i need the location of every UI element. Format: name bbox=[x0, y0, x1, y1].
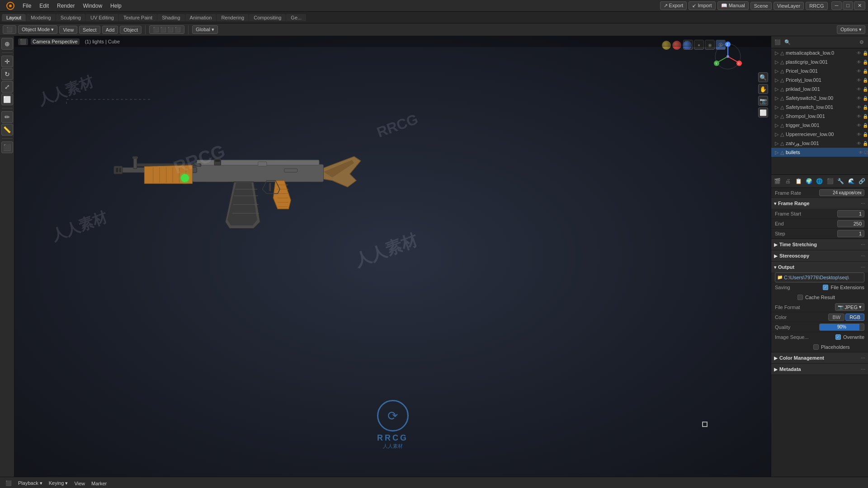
playback-menu[interactable]: Playback ▾ bbox=[16, 480, 44, 487]
md-menu[interactable]: ⋯ bbox=[861, 367, 865, 372]
checkbox-icon[interactable]: ☑ bbox=[864, 150, 868, 155]
edit-menu[interactable]: Edit bbox=[36, 2, 52, 10]
import-button[interactable]: ↙ Import bbox=[689, 1, 715, 10]
camera-view-icon[interactable]: 📷 bbox=[758, 96, 768, 106]
outliner-item-upperreciever[interactable]: ▷ △ Upperreciever_low.00 👁 🔒 bbox=[771, 130, 868, 139]
add-menu[interactable]: Add bbox=[102, 26, 118, 34]
placeholders-checkbox[interactable] bbox=[813, 344, 819, 350]
export-button[interactable]: ↗ Export bbox=[660, 1, 687, 10]
viewport-area[interactable]: 人人素材 RRCG 人人素材 RRCG 人人素材 ⬛ Camera Perspe… bbox=[14, 36, 771, 477]
outliner-item-trigger[interactable]: ▷ △ trigger_low.001 👁 🔒 bbox=[771, 121, 868, 130]
blender-menu[interactable] bbox=[3, 1, 18, 11]
visibility-icon[interactable]: 👁 bbox=[859, 150, 863, 155]
st-menu[interactable]: ⋯ bbox=[861, 253, 865, 258]
overwrite-checkbox[interactable]: ✓ bbox=[835, 334, 841, 340]
camera-perspective-label[interactable]: Camera Perspective bbox=[31, 38, 80, 45]
outliner-item-plasticgrip[interactable]: ▷ △ plasticgrip_low.001 👁 🔒 bbox=[771, 57, 868, 66]
outliner-item-safety2[interactable]: ▷ △ Safetyswitch2_low.00 👁 🔒 bbox=[771, 94, 868, 103]
help-menu[interactable]: Help bbox=[107, 2, 125, 10]
keying-menu[interactable]: Keying ▾ bbox=[47, 480, 70, 487]
marker-menu[interactable]: Marker bbox=[90, 480, 108, 487]
ts-menu[interactable]: ⋯ bbox=[861, 242, 865, 247]
tab-animation[interactable]: Animation bbox=[185, 14, 217, 21]
tab-compositing[interactable]: Compositing bbox=[249, 14, 286, 21]
select-menu[interactable]: Select bbox=[79, 26, 100, 34]
viewport-shading-dropdown[interactable]: ⬛ bbox=[18, 38, 28, 45]
quality-slider[interactable]: 90% bbox=[819, 324, 864, 331]
panel-filter-icon[interactable]: ⚙ bbox=[857, 38, 866, 47]
outliner-item-pricel[interactable]: ▷ △ Pricel_low.001 👁 🔒 bbox=[771, 66, 868, 75]
panel-icon-1[interactable]: ⬛ bbox=[773, 38, 782, 47]
frame-step-input[interactable]: 1 bbox=[837, 230, 864, 237]
out-menu[interactable]: ⋯ bbox=[861, 265, 865, 270]
render-menu[interactable]: Render bbox=[53, 2, 78, 10]
output-header[interactable]: ▾ Output ⋯ bbox=[771, 262, 868, 272]
view-menu-tl[interactable]: View bbox=[72, 480, 87, 487]
global-transform[interactable]: Global ▾ bbox=[192, 25, 218, 34]
rgb-button[interactable]: RGB bbox=[845, 314, 864, 321]
time-stretching-header[interactable]: ▶ Time Stretching ⋯ bbox=[771, 239, 868, 250]
tab-shading[interactable]: Shading bbox=[157, 14, 184, 21]
color-management-header[interactable]: ▶ Color Management ⋯ bbox=[771, 352, 868, 363]
frame-start-input[interactable]: 1 bbox=[837, 210, 864, 217]
outliner-item-bullets[interactable]: ▷ △ bullets 👁 ☑ bbox=[771, 148, 868, 157]
physics-props-icon[interactable]: 🌊 bbox=[846, 176, 856, 187]
file-extensions-checkbox[interactable]: ✓ bbox=[823, 285, 828, 290]
file-menu[interactable]: File bbox=[19, 2, 35, 10]
annotate-tool[interactable]: ✏ bbox=[1, 111, 13, 123]
view-menu[interactable]: View bbox=[59, 26, 77, 34]
cm-menu[interactable]: ⋯ bbox=[861, 356, 865, 361]
render-region-icon[interactable]: ⬜ bbox=[758, 108, 768, 117]
minimize-btn[interactable]: ─ bbox=[831, 1, 842, 10]
tab-texture-paint[interactable]: Texture Paint bbox=[119, 14, 157, 21]
frame-range-menu[interactable]: ⋯ bbox=[861, 201, 865, 206]
transform-tool[interactable]: ⬜ bbox=[1, 94, 13, 105]
output-path-input[interactable]: 📁 C:\Users\79776\Desktop\seq\ bbox=[775, 272, 864, 282]
tab-modeling[interactable]: Modeling bbox=[26, 14, 56, 21]
frame-rate-dropdown[interactable]: 24 кадров/сек bbox=[819, 189, 864, 196]
tab-rendering[interactable]: Rendering bbox=[217, 14, 249, 21]
metadata-header[interactable]: ▶ Metadata ⋯ bbox=[771, 364, 868, 375]
world-props-icon[interactable]: 🌐 bbox=[815, 176, 825, 187]
scale-tool[interactable]: ⤢ bbox=[1, 81, 13, 93]
view-layer-props-icon[interactable]: 📋 bbox=[793, 176, 803, 187]
view-layer-selector[interactable]: ViewLayer bbox=[774, 2, 804, 10]
window-menu[interactable]: Window bbox=[79, 2, 106, 10]
tab-uv-editing[interactable]: UV Editing bbox=[86, 14, 118, 21]
cache-result-checkbox[interactable] bbox=[797, 295, 803, 300]
cursor-tool[interactable]: ⊕ bbox=[1, 38, 13, 50]
editor-type-tl[interactable]: ⬛ bbox=[4, 480, 14, 487]
modifier-props-icon[interactable]: 🔧 bbox=[836, 176, 846, 187]
close-btn[interactable]: ✕ bbox=[854, 1, 865, 10]
viewport-gizmo[interactable]: Z X Y bbox=[712, 41, 744, 72]
file-format-dropdown[interactable]: 📷 JPEG ▾ bbox=[835, 303, 864, 311]
object-mode-dropdown[interactable]: Object Mode ▾ bbox=[18, 25, 57, 34]
outliner-item-metsalicap[interactable]: ▷ △ metsalicapback_low.0 👁 🔒 bbox=[771, 48, 868, 57]
maximize-btn[interactable]: □ bbox=[843, 1, 853, 10]
bw-button[interactable]: BW bbox=[828, 314, 844, 321]
zoom-in-icon[interactable]: 🔍 bbox=[758, 72, 768, 82]
frame-range-header[interactable]: ▾ Frame Range ⋯ bbox=[771, 198, 868, 209]
scene-props-icon[interactable]: 🌍 bbox=[804, 176, 814, 187]
add-cube-tool[interactable]: ⬛ bbox=[1, 141, 13, 153]
object-props-icon[interactable]: ⬛ bbox=[825, 176, 835, 187]
outliner-item-shompol[interactable]: ▷ △ Shompol_low.001 👁 🔒 bbox=[771, 112, 868, 121]
measure-tool[interactable]: 📏 bbox=[1, 124, 13, 136]
outliner-item-zatvor[interactable]: ▷ △ zatvور_low.001 👁 🔒 bbox=[771, 139, 868, 148]
tab-layout[interactable]: Layout bbox=[2, 14, 26, 21]
panel-icon-2[interactable]: 🔍 bbox=[783, 38, 792, 47]
scene-selector[interactable]: Scene bbox=[750, 2, 772, 10]
rotate-tool[interactable]: ↻ bbox=[1, 68, 13, 80]
output-props-icon[interactable]: 🖨 bbox=[783, 176, 793, 187]
pan-icon[interactable]: ✋ bbox=[758, 84, 768, 94]
editor-type-button[interactable]: ⬛ bbox=[3, 25, 16, 34]
move-tool[interactable]: ✛ bbox=[1, 56, 13, 67]
render-props-icon[interactable]: 🎬 bbox=[772, 176, 782, 187]
manual-button[interactable]: 📖 Manual bbox=[717, 1, 749, 10]
tab-ge[interactable]: Ge... bbox=[286, 14, 306, 21]
frame-end-input[interactable]: 250 bbox=[837, 220, 864, 227]
outliner-item-pricelyj[interactable]: ▷ △ Pricelyj_low.001 👁 🔒 bbox=[771, 75, 868, 84]
options-button[interactable]: Options ▾ bbox=[837, 25, 865, 34]
outliner-item-priklad[interactable]: ▷ △ priklad_low.001 👁 🔒 bbox=[771, 84, 868, 94]
object-menu[interactable]: Object bbox=[120, 26, 142, 34]
